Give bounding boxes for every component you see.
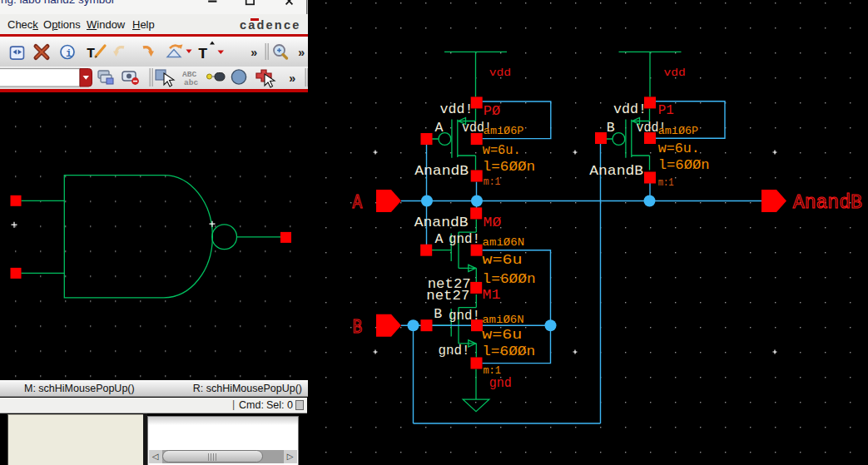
svg-text:w=6u.: w=6u.: [658, 141, 700, 156]
svg-text:A: A: [435, 231, 444, 247]
svg-text:l=6ØØn: l=6ØØn: [483, 160, 536, 175]
svg-text:A: A: [435, 120, 444, 136]
svg-text:w=6u: w=6u: [483, 253, 523, 268]
svg-text:net27: net27: [426, 288, 469, 304]
svg-text:w=6u.: w=6u.: [483, 143, 521, 158]
svg-text:AnandB: AnandB: [589, 163, 643, 179]
svg-text:MØ: MØ: [484, 215, 502, 230]
svg-text:B: B: [607, 120, 615, 136]
svg-text:vdd!: vdd!: [440, 101, 474, 117]
svg-text:B: B: [352, 316, 362, 339]
svg-text:»: »: [289, 72, 295, 86]
svg-text:i: i: [66, 48, 72, 60]
svg-text:M1: M1: [483, 288, 501, 303]
svg-text:l=6ØØn: l=6ØØn: [483, 272, 536, 287]
svg-text:vdd: vdd: [489, 67, 511, 79]
svg-text:m:1: m:1: [483, 364, 501, 377]
svg-text:gnd: gnd: [489, 376, 512, 391]
svg-text:m:1: m:1: [658, 176, 674, 189]
svg-text:w=6u: w=6u: [482, 328, 522, 343]
svg-text:gnd!: gnd!: [439, 343, 470, 359]
svg-text:amiØ6P: amiØ6P: [484, 125, 524, 137]
svg-text:P1: P1: [658, 103, 674, 118]
svg-text:AnandB: AnandB: [414, 215, 469, 230]
svg-text:PØ: PØ: [484, 104, 501, 119]
svg-text:l=6ØØn: l=6ØØn: [482, 344, 535, 359]
svg-text:amiØ6P: amiØ6P: [658, 125, 699, 137]
svg-text:amiØ6N: amiØ6N: [483, 236, 525, 249]
svg-text:m:1: m:1: [484, 176, 501, 188]
svg-text:»: »: [250, 47, 257, 60]
svg-text:gnd!: gnd!: [449, 231, 480, 247]
svg-text:abc: abc: [184, 78, 198, 87]
svg-text:vdd: vdd: [664, 67, 686, 79]
svg-text:T: T: [87, 46, 95, 62]
svg-text:amiØ6N: amiØ6N: [482, 314, 524, 326]
svg-text:»: »: [298, 47, 305, 60]
svg-text:AnandB: AnandB: [793, 191, 862, 214]
svg-text:l=6ØØn: l=6ØØn: [658, 158, 710, 173]
svg-text:A: A: [352, 191, 362, 214]
svg-text:T: T: [198, 45, 207, 63]
svg-text:gnd!: gnd!: [449, 308, 480, 324]
svg-text:AnandB: AnandB: [414, 163, 469, 179]
svg-text:B: B: [434, 306, 442, 322]
svg-text:vdd!: vdd!: [613, 101, 647, 117]
